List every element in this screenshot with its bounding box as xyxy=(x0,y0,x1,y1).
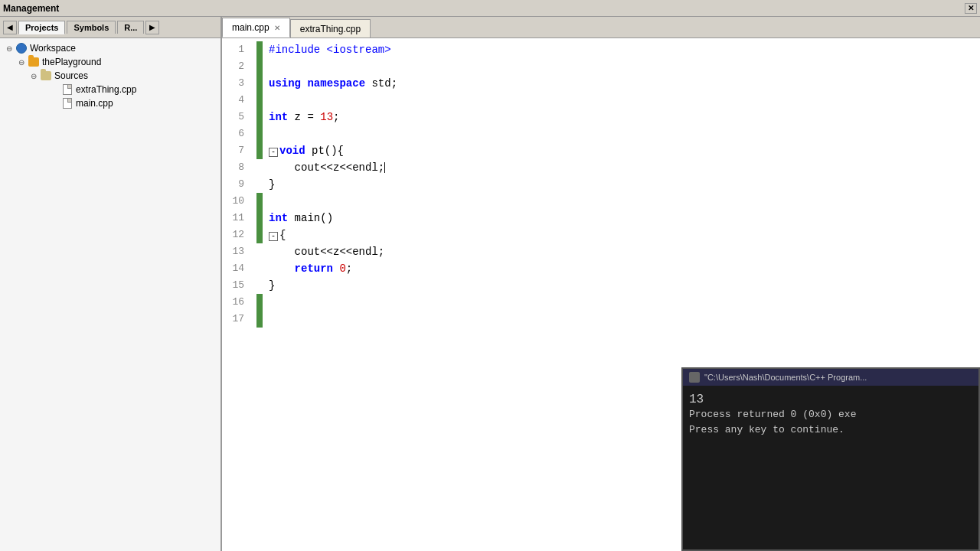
gutter-1 xyxy=(256,41,263,58)
gutter-5 xyxy=(256,109,263,126)
gutter-15 xyxy=(256,277,263,294)
code-line-16 xyxy=(256,294,980,311)
code-line-9: } xyxy=(256,176,980,193)
line-num-6: 6 xyxy=(222,126,250,142)
line-num-8: 8 xyxy=(222,159,250,176)
workspace-globe-icon xyxy=(15,42,28,54)
code-text-12: -{ xyxy=(263,227,286,243)
code-text-9: } xyxy=(263,176,275,193)
code-line-11: int main() xyxy=(256,210,980,227)
tree-item-sources[interactable]: ⊖ Sources xyxy=(3,69,217,83)
code-line-3: using namespace std; xyxy=(256,75,980,92)
tab-r[interactable]: R... xyxy=(117,21,144,34)
gutter-14 xyxy=(256,260,263,277)
code-text-10 xyxy=(263,193,275,210)
extrathing-file-icon xyxy=(61,83,74,96)
gutter-6 xyxy=(256,126,263,142)
playground-label: thePlayground xyxy=(42,57,101,67)
gutter-11 xyxy=(256,210,263,227)
line-num-15: 15 xyxy=(222,277,250,294)
left-panel: ◀ Projects Symbols R... ▶ ⊖ Workspace ⊖ xyxy=(0,17,222,551)
tree-item-workspace[interactable]: ⊖ Workspace xyxy=(3,41,217,55)
title-bar: Management ✕ xyxy=(0,0,980,17)
console-title-bar: "C:\Users\Nash\Documents\C++ Program... xyxy=(683,369,978,386)
gutter-3 xyxy=(256,75,263,92)
code-line-6 xyxy=(256,126,980,142)
code-text-7: -void pt(){ xyxy=(263,142,344,159)
extrathing-label: extraThing.cpp xyxy=(76,84,136,95)
gutter-10 xyxy=(256,193,263,210)
line-num-7: 7 xyxy=(222,142,250,159)
line-num-14: 14 xyxy=(222,260,250,277)
tab-extrathing-cpp[interactable]: extraThing.cpp xyxy=(290,19,371,37)
line-num-12: 12 xyxy=(222,227,250,243)
line-num-4: 4 xyxy=(222,92,250,109)
code-text-11: int main() xyxy=(263,210,333,227)
sources-folder-icon xyxy=(40,70,52,82)
console-line-1: Process returned 0 (0x0) exe xyxy=(689,407,972,422)
code-text-6 xyxy=(263,126,275,142)
tab-extrathing-cpp-label: extraThing.cpp xyxy=(300,24,361,34)
console-output-number: 13 xyxy=(689,392,972,407)
tab-main-cpp-close[interactable]: ✕ xyxy=(274,24,280,32)
code-line-15: } xyxy=(256,277,980,294)
tab-bar: main.cpp ✕ extraThing.cpp xyxy=(222,17,980,38)
code-line-17 xyxy=(256,311,980,328)
console-line-2: Press any key to continue. xyxy=(689,422,972,438)
close-button[interactable]: ✕ xyxy=(965,3,977,14)
console-window-icon xyxy=(689,372,700,383)
line-num-11: 11 xyxy=(222,210,250,227)
code-text-17 xyxy=(263,311,275,328)
code-text-1: #include <iostream> xyxy=(263,41,391,58)
expand-playground-icon[interactable]: ⊖ xyxy=(15,56,28,68)
main-file-icon xyxy=(61,97,74,109)
code-text-3: using namespace std; xyxy=(263,75,397,92)
gutter-8 xyxy=(256,159,263,176)
gutter-13 xyxy=(256,243,263,260)
console-title-text: "C:\Users\Nash\Documents\C++ Program... xyxy=(704,373,867,382)
playground-folder-icon xyxy=(28,56,40,68)
line-num-17: 17 xyxy=(222,311,250,328)
code-line-4 xyxy=(256,92,980,109)
workspace-label: Workspace xyxy=(30,43,76,54)
fold-marker-12[interactable]: - xyxy=(269,232,278,241)
nav-back-button[interactable]: ◀ xyxy=(3,21,17,34)
line-num-3: 3 xyxy=(222,75,250,92)
fold-marker-7[interactable]: - xyxy=(269,148,278,157)
code-text-13: cout<<z<<endl; xyxy=(263,243,384,260)
code-line-8: cout<<z<<endl; xyxy=(256,159,980,176)
tab-symbols[interactable]: Symbols xyxy=(67,21,116,34)
line-num-5: 5 xyxy=(222,109,250,126)
line-num-9: 9 xyxy=(222,176,250,193)
title-bar-left: Management xyxy=(3,3,59,14)
code-text-16 xyxy=(263,294,275,311)
code-line-7: -void pt(){ xyxy=(256,142,980,159)
code-line-1: #include <iostream> xyxy=(256,41,980,58)
expand-sources-icon[interactable]: ⊖ xyxy=(28,70,40,82)
line-num-1: 1 xyxy=(222,41,250,58)
code-line-14: return 0; xyxy=(256,260,980,277)
line-numbers: 1 2 3 4 5 6 7 8 9 10 11 12 13 14 15 16 1… xyxy=(222,38,256,551)
line-num-13: 13 xyxy=(222,243,250,260)
tab-main-cpp-label: main.cpp xyxy=(232,22,270,33)
gutter-7 xyxy=(256,142,263,159)
sources-label: Sources xyxy=(54,70,88,81)
line-num-2: 2 xyxy=(222,58,250,75)
code-text-5: int z = 13; xyxy=(263,109,339,126)
expand-workspace-icon[interactable]: ⊖ xyxy=(3,42,15,54)
gutter-2 xyxy=(256,58,263,75)
code-line-12: -{ xyxy=(256,227,980,243)
code-text-8: cout<<z<<endl; xyxy=(263,159,385,176)
code-line-2 xyxy=(256,58,980,75)
tree-item-playground[interactable]: ⊖ thePlayground xyxy=(3,55,217,69)
tree-item-extrathing[interactable]: ⊖ extraThing.cpp xyxy=(3,83,217,96)
project-tree: ⊖ Workspace ⊖ thePlayground ⊖ xyxy=(0,38,220,551)
tab-projects[interactable]: Projects xyxy=(18,21,65,34)
tab-main-cpp[interactable]: main.cpp ✕ xyxy=(222,18,290,37)
panel-toolbar: ◀ Projects Symbols R... ▶ xyxy=(0,17,220,38)
tree-item-main[interactable]: ⊖ main.cpp xyxy=(3,96,217,110)
line-num-10: 10 xyxy=(222,193,250,210)
nav-forward-button[interactable]: ▶ xyxy=(145,21,159,34)
gutter-16 xyxy=(256,294,263,311)
console-window[interactable]: "C:\Users\Nash\Documents\C++ Program... … xyxy=(681,367,980,551)
